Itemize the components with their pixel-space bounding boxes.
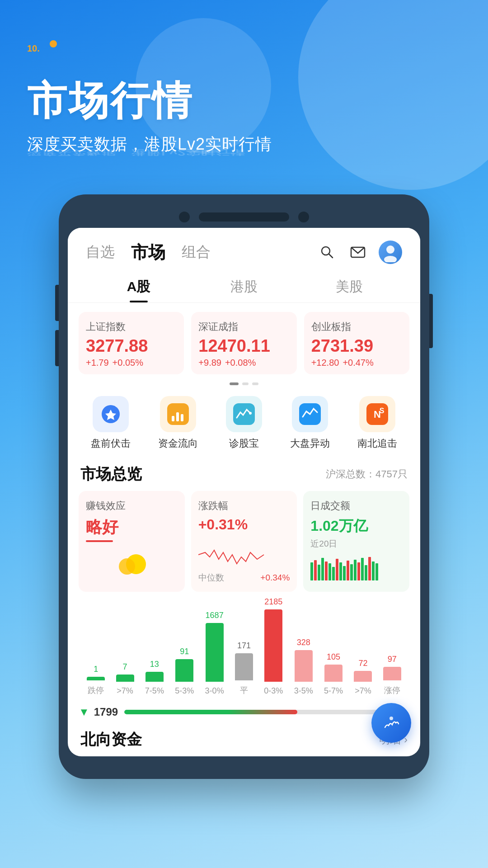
svg-rect-22 <box>325 561 328 580</box>
market-tab-a[interactable]: A股 <box>86 269 191 302</box>
mail-icon[interactable] <box>348 242 368 262</box>
ai-fab-button[interactable] <box>371 703 411 743</box>
bar-col-75: 13 7-5% <box>145 660 164 696</box>
svg-point-4 <box>384 256 397 262</box>
index-card-shenzhen[interactable]: 深证成指 12470.11 +9.89 +0.08% <box>191 312 296 374</box>
bar-val-11: 97 <box>388 655 397 664</box>
tool-diagnose[interactable]: 诊股宝 <box>226 396 262 450</box>
earn-effect-bar <box>86 540 113 542</box>
bar-col-flat: 171 平 <box>235 641 253 696</box>
overview-cards: 赚钱效应 略好 涨跌幅 +0.31% <box>68 491 420 601</box>
market-tab-us[interactable]: 美股 <box>297 269 402 302</box>
bar-7 <box>264 609 282 682</box>
svg-rect-27 <box>343 566 346 580</box>
search-icon[interactable] <box>317 242 337 262</box>
premarket-label: 盘前伏击 <box>91 437 131 450</box>
bar-label-9: 5-7% <box>324 686 343 696</box>
market-overview-sub: 沪深总数：4757只 <box>326 467 408 481</box>
bar-val-6: 171 <box>237 641 251 651</box>
circle-decoration-1 <box>298 0 488 190</box>
index-change-abs-sz: +9.89 <box>198 358 221 368</box>
diagnose-icon <box>226 396 262 432</box>
svg-rect-25 <box>336 559 338 580</box>
dot-1 <box>230 382 239 385</box>
side-button-2 <box>55 330 59 366</box>
tool-premarket[interactable]: 盘前伏击 <box>91 396 131 450</box>
svg-rect-35 <box>372 561 375 580</box>
market-tab-hk[interactable]: 港股 <box>191 269 296 302</box>
tab-portfolio[interactable]: 组合 <box>182 242 211 262</box>
marketmove-label: 大盘异动 <box>290 437 330 450</box>
circle-decoration-2 <box>136 18 271 154</box>
tools-row: 盘前伏击 资金流向 <box>68 392 420 459</box>
bar-8 <box>295 650 313 682</box>
daily-volume-title: 日成交额 <box>310 499 402 513</box>
dot-3 <box>252 382 258 385</box>
tab-market[interactable]: 市场 <box>131 241 165 264</box>
bar-label-10: >7% <box>355 686 371 696</box>
svg-point-3 <box>386 245 394 254</box>
tool-marketmove[interactable]: 大盘异动 <box>290 396 330 450</box>
index-change-abs-cy: +12.80 <box>311 358 339 368</box>
bar-11 <box>383 667 401 680</box>
dot-2 <box>242 382 249 385</box>
bar-col-30: 1687 3-0% <box>205 611 224 696</box>
moneyflow-icon <box>160 396 196 432</box>
phone-side-left <box>55 285 59 366</box>
phone-screen: 自选 市场 组合 <box>68 228 420 756</box>
earn-effect-card[interactable]: 赚钱效应 略好 <box>79 491 185 592</box>
svg-rect-36 <box>375 563 378 580</box>
avatar[interactable] <box>379 241 402 264</box>
svg-rect-19 <box>314 560 317 580</box>
bar-val-5: 1687 <box>206 611 224 620</box>
nav-tabs: 自选 市场 组合 <box>86 241 211 264</box>
market-tabs: A股 港股 美股 <box>68 269 420 303</box>
north-capital-title: 北向资金 <box>80 729 142 750</box>
bar-col-03: 2185 0-3% <box>264 597 283 696</box>
change-range-value: +0.31% <box>198 516 290 533</box>
side-button-1 <box>55 285 59 321</box>
bar-col-gt7: 7 >7% <box>116 662 134 696</box>
northsouth-icon: N S <box>359 396 395 432</box>
index-change-pct-sz: +0.08% <box>225 358 256 368</box>
bar-col-35: 328 3-5% <box>294 638 313 696</box>
north-capital-section: 北向资金 明细 › <box>68 726 420 756</box>
change-range-footer: 中位数 +0.34% <box>198 572 290 584</box>
index-title-shanghai: 上证指数 <box>86 320 177 334</box>
notch-speaker <box>199 212 289 222</box>
bar-5 <box>206 623 224 682</box>
indicator-bar <box>124 710 403 714</box>
change-range-title: 涨跌幅 <box>198 499 290 513</box>
index-change-chinext: +12.80 +0.47% <box>311 358 402 368</box>
svg-rect-21 <box>321 558 324 580</box>
tab-watchlist[interactable]: 自选 <box>86 242 115 262</box>
bar-label-1: 跌停 <box>88 685 104 696</box>
phone-frame: 自选 市场 组合 <box>59 194 429 779</box>
tool-moneyflow[interactable]: 资金流向 <box>158 396 198 450</box>
tool-northsouth[interactable]: N S 南北追击 <box>357 396 397 450</box>
indicator-arrow: ▼ <box>79 706 89 718</box>
bar-val-3: 13 <box>150 660 159 669</box>
diagnose-label: 诊股宝 <box>229 437 259 450</box>
daily-volume-card[interactable]: 日成交额 1.02万亿 近20日 <box>303 491 409 592</box>
bar-col-rise-limit: 97 涨停 <box>383 655 401 696</box>
notch-camera <box>179 212 190 222</box>
bar-label-11: 涨停 <box>384 685 400 696</box>
hero-subheadline-mirror: 深度买卖数据，港股Lv2实时行情 <box>27 147 461 157</box>
svg-point-37 <box>389 717 393 720</box>
change-range-chart <box>198 537 290 570</box>
index-card-chinext[interactable]: 创业板指 2731.39 +12.80 +0.47% <box>304 312 409 374</box>
indicator-bar-fill <box>124 710 297 714</box>
bar-col-53: 91 5-3% <box>175 647 194 696</box>
indicator-left: ▼ 1799 <box>79 706 118 718</box>
change-range-card[interactable]: 涨跌幅 +0.31% 中位数 +0.34% <box>191 491 297 592</box>
svg-rect-32 <box>361 558 364 580</box>
index-card-shanghai[interactable]: 上证指数 3277.88 +1.79 +0.05% <box>79 312 184 374</box>
bar-val-8: 328 <box>297 638 310 647</box>
svg-point-11 <box>249 412 252 415</box>
bar-label-2: >7% <box>117 686 133 696</box>
app-nav: 自选 市场 组合 <box>68 228 420 264</box>
index-change-shanghai: +1.79 +0.05% <box>86 358 177 368</box>
northsouth-label: 南北追击 <box>357 437 397 450</box>
bar-val-4: 91 <box>180 647 189 656</box>
